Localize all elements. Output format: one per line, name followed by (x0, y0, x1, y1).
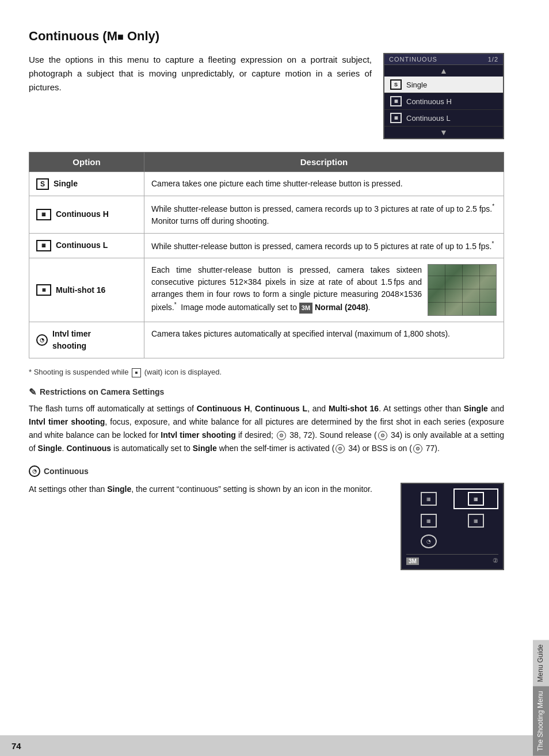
timer-label: Intvl timershooting (52, 328, 91, 352)
page-number: 74 (12, 741, 21, 751)
wait-icon: ■ (132, 368, 141, 377)
single-table-icon: S (36, 178, 49, 190)
restrictions-header: ✎ Restrictions on Camera Settings (29, 387, 504, 398)
cont-l-table-icon: ▦ (36, 240, 51, 251)
timer-table-icon: ◔ (36, 334, 48, 346)
side-tab-shooting-menu: The Shooting Menu (533, 686, 549, 756)
monitor-icon-ch: ▦ (406, 488, 451, 509)
pencil-icon: ✎ (29, 387, 36, 398)
monitor-sq-timer: ◔ (421, 534, 437, 548)
camera-menu-title-bar: CONTINUOUS 1/2 (384, 54, 503, 65)
restrictions-text: The flash turns off automatically at set… (29, 402, 504, 455)
monitor-icons-grid: ▦ ▦ ▦ ▦ ◔ (406, 488, 498, 551)
desc-cell-multishot: Each time shutter-release button is pres… (144, 258, 504, 322)
camera-menu-item-cont-l: ▦ Continuous L (384, 110, 503, 127)
restrictions-title: Restrictions on Camera Settings (40, 387, 164, 396)
option-cell-timer: ◔ Intvl timershooting (29, 322, 144, 358)
camera-menu-title: CONTINUOUS (389, 56, 437, 63)
camera-menu-arrow-up: ▲ (384, 65, 503, 77)
single-icon: S (390, 79, 402, 90)
cont-l-label: Continuous L (56, 239, 108, 251)
monitor-icon-selected: ▦ (453, 488, 498, 509)
multishot-table-icon: ▦ (36, 284, 51, 296)
cont-l-icon: ▦ (390, 113, 402, 123)
side-tabs: Menu Guide The Shooting Menu (533, 0, 549, 756)
monitor-icon-ms: ▦ (453, 511, 498, 530)
monitor-3m-label: 3M (406, 558, 419, 564)
camera-menu-item-single: S Single (384, 77, 503, 93)
continuous-section: ◔ Continuous At settings other than Sing… (29, 465, 504, 570)
settings-icon-2: ⚙ (378, 431, 387, 440)
cont-h-label: Continuous H (56, 208, 109, 220)
bottom-bar: 74 (0, 735, 533, 756)
option-cell-multishot: ▦ Multi-shot 16 (29, 258, 144, 322)
options-table: Option Description S Single Camera takes… (29, 152, 504, 358)
option-cell-cont-l: ▦ Continuous L (29, 233, 144, 258)
desc-cell-cont-l: While shutter-release button is pressed,… (144, 233, 504, 258)
single-label: Single (54, 178, 78, 190)
page-title: Continuous (M■ Only) (29, 29, 504, 44)
monitor-sq-ms: ▦ (468, 514, 484, 528)
monitor-sq-cl: ▦ (421, 514, 437, 528)
multishot-label: Multi-shot 16 (56, 284, 105, 296)
normal-3m-badge: 3M (406, 558, 419, 565)
cont-h-icon: ▦ (390, 96, 402, 106)
monitor-sq-selected: ▦ (468, 492, 484, 506)
monitor-sq-ch: ▦ (421, 492, 437, 506)
option-cell-cont-h: ▦ Continuous H (29, 196, 144, 234)
table-row-cont-h: ▦ Continuous H While shutter-release but… (29, 196, 504, 234)
camera-menu-display: CONTINUOUS 1/2 ▲ S Single ▦ Continuous H… (383, 53, 504, 139)
camera-menu-page: 1/2 (488, 56, 498, 63)
settings-icon-4: ⚙ (413, 444, 422, 453)
multishot-text: Each time shutter-release button is pres… (151, 264, 422, 316)
multishot-sample-image (428, 264, 497, 316)
camera-menu-item-cont-h: ▦ Continuous H (384, 93, 503, 110)
table-row-multishot: ▦ Multi-shot 16 Each time shutter-releas… (29, 258, 504, 322)
continuous-section-header: ◔ Continuous (29, 465, 504, 477)
3m-badge: 3M (299, 303, 312, 314)
camera-menu-cont-h-label: Continuous H (406, 97, 452, 106)
continuous-section-title: Continuous (44, 467, 89, 476)
continuous-body: At settings other than Single, the curre… (29, 483, 504, 570)
table-header-option: Option (29, 152, 144, 172)
monitor-icon-cl: ▦ (406, 511, 451, 530)
monitor-bottom-bar: 3M ② (406, 554, 498, 564)
multishot-desc-container: Each time shutter-release button is pres… (151, 264, 497, 316)
footnote: * Shooting is suspended while ■ (wait) i… (29, 368, 504, 377)
cont-h-table-icon: ▦ (36, 209, 51, 220)
table-row-cont-l: ▦ Continuous L While shutter-release but… (29, 233, 504, 258)
desc-cell-single: Camera takes one picture each time shutt… (144, 172, 504, 196)
table-row-timer: ◔ Intvl timershooting Camera takes pictu… (29, 322, 504, 358)
monitor-plus-icon: ② (493, 557, 498, 564)
side-tab-menu-guide: Menu Guide (533, 640, 549, 686)
desc-cell-cont-h: While shutter-release button is pressed,… (144, 196, 504, 234)
monitor-icon-timer: ◔ (406, 532, 451, 551)
page-container: Continuous (M■ Only) Use the options in … (0, 0, 549, 756)
camera-menu-arrow-down: ▼ (384, 127, 503, 138)
option-cell-single: S Single (29, 172, 144, 196)
monitor-icons-display: ▦ ▦ ▦ ▦ ◔ (401, 483, 504, 570)
camera-menu-single-label: Single (406, 81, 427, 89)
main-content: Continuous (M■ Only) Use the options in … (0, 0, 533, 756)
desc-cell-timer: Camera takes pictures automatically at s… (144, 322, 504, 358)
settings-icon-1: ⚙ (277, 431, 286, 440)
settings-icon-3: ⚙ (336, 444, 345, 453)
continuous-text: At settings other than Single, the curre… (29, 483, 389, 496)
table-header-description: Description (144, 152, 504, 172)
continuous-section-icon: ◔ (29, 465, 40, 477)
intro-section: Use the options in this menu to capture … (29, 53, 504, 139)
table-row-single: S Single Camera takes one picture each t… (29, 172, 504, 196)
intro-text: Use the options in this menu to capture … (29, 53, 372, 94)
camera-menu-cont-l-label: Continuous L (406, 114, 451, 123)
